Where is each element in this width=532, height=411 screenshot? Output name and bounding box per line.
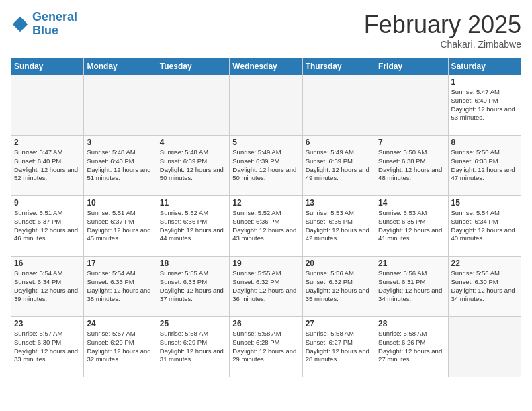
day-info: Sunrise: 5:54 AM Sunset: 6:34 PM Dayligh… <box>451 209 518 243</box>
calendar-day-cell: 1Sunrise: 5:47 AM Sunset: 6:40 PM Daylig… <box>448 75 521 136</box>
calendar-week-row: 16Sunrise: 5:54 AM Sunset: 6:34 PM Dayli… <box>11 257 521 317</box>
calendar-day-cell: 8Sunrise: 5:50 AM Sunset: 6:38 PM Daylig… <box>448 136 521 196</box>
calendar-day-cell: 13Sunrise: 5:53 AM Sunset: 6:35 PM Dayli… <box>302 196 375 257</box>
calendar-day-cell: 11Sunrise: 5:52 AM Sunset: 6:36 PM Dayli… <box>157 196 229 257</box>
day-info: Sunrise: 5:58 AM Sunset: 6:26 PM Dayligh… <box>378 330 445 364</box>
day-number: 16 <box>14 259 81 268</box>
day-number: 2 <box>14 138 81 147</box>
day-number: 19 <box>232 259 299 268</box>
day-of-week-header: Tuesday <box>157 58 229 75</box>
day-info: Sunrise: 5:58 AM Sunset: 6:28 PM Dayligh… <box>232 330 299 364</box>
day-number: 5 <box>232 138 299 147</box>
day-of-week-header: Saturday <box>448 58 521 75</box>
day-number: 12 <box>232 198 299 208</box>
day-info: Sunrise: 5:52 AM Sunset: 6:36 PM Dayligh… <box>232 209 299 243</box>
day-number: 11 <box>160 198 226 208</box>
day-of-week-header: Monday <box>84 58 157 75</box>
logo-text: General Blue <box>32 11 77 38</box>
calendar-day-cell <box>157 75 229 136</box>
day-info: Sunrise: 5:52 AM Sunset: 6:36 PM Dayligh… <box>160 209 226 243</box>
day-number: 9 <box>14 198 81 208</box>
day-number: 28 <box>378 319 445 328</box>
title-block: February 2025 Chakari, Zimbabwe <box>364 11 521 50</box>
calendar-day-cell: 7Sunrise: 5:50 AM Sunset: 6:38 PM Daylig… <box>375 136 448 196</box>
calendar-header-row: SundayMondayTuesdayWednesdayThursdayFrid… <box>11 58 521 75</box>
day-info: Sunrise: 5:54 AM Sunset: 6:33 PM Dayligh… <box>87 269 153 304</box>
calendar-day-cell: 10Sunrise: 5:51 AM Sunset: 6:37 PM Dayli… <box>84 196 157 257</box>
day-number: 24 <box>87 319 153 328</box>
day-number: 23 <box>14 319 81 328</box>
calendar-table: SundayMondayTuesdayWednesdayThursdayFrid… <box>11 58 521 377</box>
calendar-day-cell: 23Sunrise: 5:57 AM Sunset: 6:30 PM Dayli… <box>11 317 84 377</box>
page-header: General Blue February 2025 Chakari, Zimb… <box>11 11 521 50</box>
location-subtitle: Chakari, Zimbabwe <box>364 39 521 50</box>
day-of-week-header: Friday <box>375 58 448 75</box>
day-info: Sunrise: 5:55 AM Sunset: 6:32 PM Dayligh… <box>232 269 299 304</box>
day-number: 15 <box>451 198 518 208</box>
calendar-day-cell: 15Sunrise: 5:54 AM Sunset: 6:34 PM Dayli… <box>448 196 521 257</box>
day-number: 20 <box>306 259 372 268</box>
day-info: Sunrise: 5:58 AM Sunset: 6:29 PM Dayligh… <box>160 330 226 364</box>
calendar-day-cell: 16Sunrise: 5:54 AM Sunset: 6:34 PM Dayli… <box>11 257 84 317</box>
day-info: Sunrise: 5:47 AM Sunset: 6:40 PM Dayligh… <box>14 148 81 183</box>
day-info: Sunrise: 5:48 AM Sunset: 6:40 PM Dayligh… <box>87 148 153 183</box>
day-info: Sunrise: 5:50 AM Sunset: 6:38 PM Dayligh… <box>451 148 518 183</box>
day-number: 8 <box>451 138 518 147</box>
calendar-day-cell: 28Sunrise: 5:58 AM Sunset: 6:26 PM Dayli… <box>375 317 448 377</box>
logo-icon <box>11 15 30 34</box>
calendar-day-cell: 21Sunrise: 5:56 AM Sunset: 6:31 PM Dayli… <box>375 257 448 317</box>
calendar-day-cell: 2Sunrise: 5:47 AM Sunset: 6:40 PM Daylig… <box>11 136 84 196</box>
day-info: Sunrise: 5:47 AM Sunset: 6:40 PM Dayligh… <box>451 88 518 122</box>
day-info: Sunrise: 5:49 AM Sunset: 6:39 PM Dayligh… <box>306 148 372 183</box>
day-info: Sunrise: 5:49 AM Sunset: 6:39 PM Dayligh… <box>232 148 299 183</box>
calendar-week-row: 23Sunrise: 5:57 AM Sunset: 6:30 PM Dayli… <box>11 317 521 377</box>
calendar-week-row: 2Sunrise: 5:47 AM Sunset: 6:40 PM Daylig… <box>11 136 521 196</box>
day-info: Sunrise: 5:56 AM Sunset: 6:32 PM Dayligh… <box>306 269 372 304</box>
logo: General Blue <box>11 11 77 38</box>
calendar-day-cell: 6Sunrise: 5:49 AM Sunset: 6:39 PM Daylig… <box>302 136 375 196</box>
day-number: 6 <box>306 138 372 147</box>
day-info: Sunrise: 5:51 AM Sunset: 6:37 PM Dayligh… <box>87 209 153 243</box>
day-number: 21 <box>378 259 445 268</box>
calendar-day-cell <box>302 75 375 136</box>
day-number: 18 <box>160 259 226 268</box>
day-of-week-header: Sunday <box>11 58 84 75</box>
calendar-day-cell: 3Sunrise: 5:48 AM Sunset: 6:40 PM Daylig… <box>84 136 157 196</box>
logo-blue: Blue <box>32 24 58 37</box>
day-of-week-header: Thursday <box>302 58 375 75</box>
day-info: Sunrise: 5:58 AM Sunset: 6:27 PM Dayligh… <box>306 330 372 364</box>
day-info: Sunrise: 5:53 AM Sunset: 6:35 PM Dayligh… <box>306 209 372 243</box>
day-info: Sunrise: 5:56 AM Sunset: 6:31 PM Dayligh… <box>378 269 445 304</box>
day-info: Sunrise: 5:54 AM Sunset: 6:34 PM Dayligh… <box>14 269 81 304</box>
calendar-day-cell: 22Sunrise: 5:56 AM Sunset: 6:30 PM Dayli… <box>448 257 521 317</box>
day-info: Sunrise: 5:51 AM Sunset: 6:37 PM Dayligh… <box>14 209 81 243</box>
day-number: 25 <box>160 319 226 328</box>
calendar-day-cell: 5Sunrise: 5:49 AM Sunset: 6:39 PM Daylig… <box>230 136 302 196</box>
day-info: Sunrise: 5:53 AM Sunset: 6:35 PM Dayligh… <box>378 209 445 243</box>
day-info: Sunrise: 5:48 AM Sunset: 6:39 PM Dayligh… <box>160 148 226 183</box>
calendar-day-cell: 24Sunrise: 5:57 AM Sunset: 6:29 PM Dayli… <box>84 317 157 377</box>
day-info: Sunrise: 5:55 AM Sunset: 6:33 PM Dayligh… <box>160 269 226 304</box>
svg-marker-0 <box>13 17 28 32</box>
logo-general: General <box>32 10 77 24</box>
day-of-week-header: Wednesday <box>230 58 302 75</box>
calendar-day-cell <box>84 75 157 136</box>
calendar-day-cell <box>230 75 302 136</box>
calendar-day-cell <box>11 75 84 136</box>
day-number: 26 <box>232 319 299 328</box>
calendar-day-cell: 4Sunrise: 5:48 AM Sunset: 6:39 PM Daylig… <box>157 136 229 196</box>
day-number: 27 <box>306 319 372 328</box>
day-number: 22 <box>451 259 518 268</box>
day-info: Sunrise: 5:57 AM Sunset: 6:30 PM Dayligh… <box>14 330 81 364</box>
day-info: Sunrise: 5:50 AM Sunset: 6:38 PM Dayligh… <box>378 148 445 183</box>
month-title: February 2025 <box>364 11 521 39</box>
calendar-day-cell: 9Sunrise: 5:51 AM Sunset: 6:37 PM Daylig… <box>11 196 84 257</box>
day-info: Sunrise: 5:56 AM Sunset: 6:30 PM Dayligh… <box>451 269 518 304</box>
calendar-day-cell: 27Sunrise: 5:58 AM Sunset: 6:27 PM Dayli… <box>302 317 375 377</box>
calendar-day-cell <box>448 317 521 377</box>
calendar-day-cell: 25Sunrise: 5:58 AM Sunset: 6:29 PM Dayli… <box>157 317 229 377</box>
calendar-day-cell: 18Sunrise: 5:55 AM Sunset: 6:33 PM Dayli… <box>157 257 229 317</box>
day-number: 1 <box>451 77 518 87</box>
calendar-day-cell: 17Sunrise: 5:54 AM Sunset: 6:33 PM Dayli… <box>84 257 157 317</box>
day-number: 14 <box>378 198 445 208</box>
